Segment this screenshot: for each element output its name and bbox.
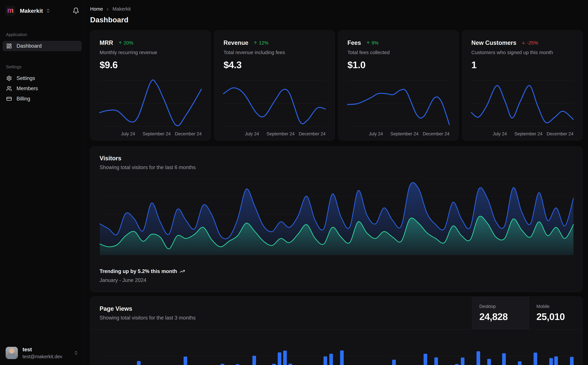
- bar: [461, 358, 464, 365]
- bar: [289, 364, 292, 365]
- stat-value: $4.3: [223, 59, 325, 70]
- bar: [455, 364, 459, 365]
- sidebar-nav: Application Dashboard Settings Settings: [0, 32, 84, 104]
- gear-icon: [6, 76, 12, 81]
- sidebar-item-members[interactable]: Members: [3, 83, 82, 94]
- layout-dashboard-icon: [6, 43, 12, 49]
- arrow-up-icon: [366, 41, 370, 45]
- stat-title: Revenue: [223, 39, 248, 46]
- stat-card-fees: Fees 9% Total fees collected $1.0 July 2…: [338, 30, 459, 140]
- bar: [272, 364, 276, 365]
- chevron-right-icon: [105, 7, 110, 11]
- bar: [324, 356, 327, 365]
- toggle-desktop-label: Desktop: [479, 304, 529, 309]
- stat-title: New Customers: [471, 39, 516, 46]
- x-axis-ticks: July 24 September 24 December 24: [223, 131, 325, 137]
- main-content: Home Makerkit Dashboard MRR 20% Monthly …: [85, 0, 588, 365]
- trend-badge: 12%: [253, 40, 269, 46]
- bar: [477, 351, 480, 365]
- bar: [329, 354, 333, 365]
- page-views-bar-chart: [90, 330, 582, 365]
- page-views-card: Page Views Showing total visitors for th…: [90, 296, 582, 365]
- visitors-subtitle: Showing total visitors for the last 6 mo…: [100, 164, 573, 170]
- breadcrumb: Home Makerkit: [90, 6, 582, 12]
- visitors-title: Visitors: [100, 155, 573, 162]
- sidebar-header: m Makerkit: [0, 0, 84, 15]
- x-axis-ticks: July 24 September 24 December 24: [347, 131, 450, 137]
- toggle-mobile-label: Mobile: [536, 304, 582, 309]
- stat-subtitle: Total revenue including fees: [223, 50, 325, 55]
- bar: [570, 357, 574, 365]
- bar: [252, 356, 256, 365]
- sidebar-item-label: Dashboard: [17, 43, 42, 49]
- brand-logo: m: [6, 6, 15, 15]
- user-email: test@makerkit.dev: [22, 354, 62, 359]
- bar: [184, 357, 187, 365]
- user-name: test: [22, 346, 62, 353]
- bar: [533, 353, 537, 365]
- page-views-subtitle: Showing total visitors for the last 3 mo…: [100, 315, 463, 321]
- new-customers-sparkline-chart: [471, 80, 573, 127]
- stat-title: Fees: [347, 39, 361, 46]
- stat-card-revenue: Revenue 12% Total revenue including fees…: [214, 30, 335, 140]
- nav-section-label: Application: [6, 32, 82, 37]
- sidebar-item-label: Members: [17, 85, 38, 91]
- arrow-up-icon: [118, 41, 122, 45]
- bar: [392, 360, 396, 365]
- stat-cards-row: MRR 20% Monthly recurring revenue $9.6 J…: [90, 30, 582, 140]
- arrow-down-icon: [521, 41, 526, 45]
- toggle-mobile[interactable]: Mobile 25,010: [529, 297, 582, 329]
- notifications-button[interactable]: [72, 7, 79, 14]
- bar: [283, 351, 287, 365]
- breadcrumb-current: Makerkit: [112, 6, 131, 12]
- stat-value: $1.0: [347, 59, 449, 70]
- x-axis-ticks: July 24 September 24 December 24: [100, 131, 201, 137]
- bar: [278, 352, 281, 365]
- sidebar-item-dashboard[interactable]: Dashboard: [3, 41, 82, 51]
- bar: [502, 353, 506, 365]
- trend-badge: 20%: [118, 40, 133, 46]
- stat-value: $9.6: [100, 59, 201, 70]
- sidebar-item-settings[interactable]: Settings: [3, 73, 82, 83]
- visitors-area-chart: [100, 177, 574, 255]
- trending-up-icon: [180, 269, 185, 274]
- arrow-up-icon: [253, 41, 257, 45]
- bar: [518, 361, 521, 365]
- chevrons-up-down-icon: [74, 351, 78, 355]
- trend-badge: 9%: [366, 40, 379, 46]
- sidebar: m Makerkit Application Dashboard Setting…: [0, 0, 84, 365]
- visitors-date-range: January - June 2024: [100, 277, 185, 283]
- bar: [236, 364, 239, 365]
- x-axis-ticks: July 24 September 24 December 24: [471, 131, 573, 137]
- bell-icon: [72, 7, 79, 14]
- page-views-title: Page Views: [100, 305, 463, 312]
- stat-title: MRR: [100, 39, 113, 46]
- user-meta: test test@makerkit.dev: [22, 346, 62, 359]
- bar: [137, 361, 141, 365]
- workspace-switcher-button[interactable]: [46, 8, 51, 13]
- sidebar-item-label: Billing: [17, 96, 30, 102]
- sidebar-item-billing[interactable]: Billing: [3, 94, 82, 104]
- bar: [549, 358, 553, 365]
- fees-sparkline-chart: [347, 80, 450, 127]
- page-title: Dashboard: [90, 16, 582, 24]
- credit-card-icon: [6, 96, 12, 102]
- stat-value: 1: [471, 59, 573, 70]
- brand-name: Makerkit: [20, 8, 43, 14]
- visitors-card: Visitors Showing total visitors for the …: [90, 147, 582, 292]
- stat-subtitle: Monthly recurring revenue: [100, 50, 201, 55]
- breadcrumb-home-link[interactable]: Home: [90, 6, 103, 12]
- nav-section-settings: Settings Settings Members Billing: [3, 64, 82, 104]
- page-views-header: Page Views Showing total visitors for th…: [90, 297, 582, 330]
- users-icon: [6, 86, 12, 91]
- bar: [487, 359, 491, 365]
- nav-section-label: Settings: [6, 64, 82, 70]
- stat-card-mrr: MRR 20% Monthly recurring revenue $9.6 J…: [90, 30, 211, 140]
- toggle-desktop[interactable]: Desktop 24,828: [472, 297, 529, 329]
- bar: [340, 351, 344, 365]
- visitors-footer: Trending up by 5.2% this month January -…: [100, 268, 185, 283]
- mrr-sparkline-chart: [100, 80, 201, 127]
- trend-badge: -25%: [521, 40, 538, 46]
- bar: [434, 357, 438, 365]
- user-menu-button[interactable]: test test@makerkit.dev: [0, 342, 84, 365]
